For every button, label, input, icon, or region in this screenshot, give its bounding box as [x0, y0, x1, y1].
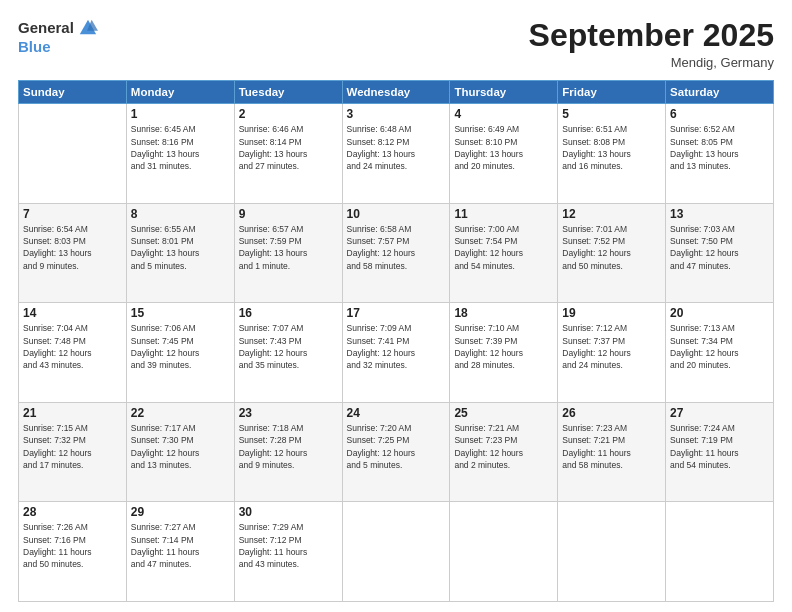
calendar-cell: 7Sunrise: 6:54 AMSunset: 8:03 PMDaylight…: [19, 203, 127, 303]
day-number: 26: [562, 406, 661, 420]
calendar-header-row: SundayMondayTuesdayWednesdayThursdayFrid…: [19, 81, 774, 104]
day-number: 2: [239, 107, 338, 121]
day-detail: Sunrise: 7:29 AMSunset: 7:12 PMDaylight:…: [239, 521, 338, 570]
calendar-cell: [666, 502, 774, 602]
day-detail: Sunrise: 7:13 AMSunset: 7:34 PMDaylight:…: [670, 322, 769, 371]
day-number: 30: [239, 505, 338, 519]
calendar-cell: 9Sunrise: 6:57 AMSunset: 7:59 PMDaylight…: [234, 203, 342, 303]
calendar-week-row: 21Sunrise: 7:15 AMSunset: 7:32 PMDayligh…: [19, 402, 774, 502]
day-number: 10: [347, 207, 446, 221]
day-detail: Sunrise: 6:55 AMSunset: 8:01 PMDaylight:…: [131, 223, 230, 272]
day-detail: Sunrise: 6:52 AMSunset: 8:05 PMDaylight:…: [670, 123, 769, 172]
day-number: 11: [454, 207, 553, 221]
day-detail: Sunrise: 6:45 AMSunset: 8:16 PMDaylight:…: [131, 123, 230, 172]
calendar-cell: 24Sunrise: 7:20 AMSunset: 7:25 PMDayligh…: [342, 402, 450, 502]
calendar-week-row: 28Sunrise: 7:26 AMSunset: 7:16 PMDayligh…: [19, 502, 774, 602]
day-number: 13: [670, 207, 769, 221]
day-number: 25: [454, 406, 553, 420]
day-detail: Sunrise: 6:49 AMSunset: 8:10 PMDaylight:…: [454, 123, 553, 172]
day-detail: Sunrise: 6:51 AMSunset: 8:08 PMDaylight:…: [562, 123, 661, 172]
day-number: 21: [23, 406, 122, 420]
day-number: 9: [239, 207, 338, 221]
day-number: 27: [670, 406, 769, 420]
calendar-cell: 26Sunrise: 7:23 AMSunset: 7:21 PMDayligh…: [558, 402, 666, 502]
page: General Blue September 2025 Mendig, Germ…: [0, 0, 792, 612]
calendar-cell: 25Sunrise: 7:21 AMSunset: 7:23 PMDayligh…: [450, 402, 558, 502]
day-detail: Sunrise: 7:15 AMSunset: 7:32 PMDaylight:…: [23, 422, 122, 471]
day-number: 7: [23, 207, 122, 221]
calendar-cell: 10Sunrise: 6:58 AMSunset: 7:57 PMDayligh…: [342, 203, 450, 303]
calendar-cell: [558, 502, 666, 602]
weekday-header: Sunday: [19, 81, 127, 104]
day-number: 14: [23, 306, 122, 320]
day-detail: Sunrise: 6:46 AMSunset: 8:14 PMDaylight:…: [239, 123, 338, 172]
day-number: 18: [454, 306, 553, 320]
calendar-cell: 17Sunrise: 7:09 AMSunset: 7:41 PMDayligh…: [342, 303, 450, 403]
day-detail: Sunrise: 7:26 AMSunset: 7:16 PMDaylight:…: [23, 521, 122, 570]
day-number: 8: [131, 207, 230, 221]
day-detail: Sunrise: 7:23 AMSunset: 7:21 PMDaylight:…: [562, 422, 661, 471]
day-detail: Sunrise: 7:27 AMSunset: 7:14 PMDaylight:…: [131, 521, 230, 570]
location: Mendig, Germany: [529, 55, 774, 70]
calendar-cell: 30Sunrise: 7:29 AMSunset: 7:12 PMDayligh…: [234, 502, 342, 602]
day-number: 4: [454, 107, 553, 121]
day-detail: Sunrise: 7:07 AMSunset: 7:43 PMDaylight:…: [239, 322, 338, 371]
calendar-cell: 20Sunrise: 7:13 AMSunset: 7:34 PMDayligh…: [666, 303, 774, 403]
weekday-header: Wednesday: [342, 81, 450, 104]
calendar-cell: 16Sunrise: 7:07 AMSunset: 7:43 PMDayligh…: [234, 303, 342, 403]
weekday-header: Saturday: [666, 81, 774, 104]
day-number: 20: [670, 306, 769, 320]
calendar-cell: 28Sunrise: 7:26 AMSunset: 7:16 PMDayligh…: [19, 502, 127, 602]
calendar-cell: [450, 502, 558, 602]
title-block: September 2025 Mendig, Germany: [529, 18, 774, 70]
calendar-cell: 4Sunrise: 6:49 AMSunset: 8:10 PMDaylight…: [450, 104, 558, 204]
day-detail: Sunrise: 7:18 AMSunset: 7:28 PMDaylight:…: [239, 422, 338, 471]
day-detail: Sunrise: 7:20 AMSunset: 7:25 PMDaylight:…: [347, 422, 446, 471]
day-detail: Sunrise: 6:54 AMSunset: 8:03 PMDaylight:…: [23, 223, 122, 272]
calendar-cell: [19, 104, 127, 204]
calendar-cell: 15Sunrise: 7:06 AMSunset: 7:45 PMDayligh…: [126, 303, 234, 403]
calendar-cell: 5Sunrise: 6:51 AMSunset: 8:08 PMDaylight…: [558, 104, 666, 204]
calendar-cell: 6Sunrise: 6:52 AMSunset: 8:05 PMDaylight…: [666, 104, 774, 204]
day-number: 22: [131, 406, 230, 420]
day-detail: Sunrise: 7:01 AMSunset: 7:52 PMDaylight:…: [562, 223, 661, 272]
calendar-cell: 3Sunrise: 6:48 AMSunset: 8:12 PMDaylight…: [342, 104, 450, 204]
day-number: 5: [562, 107, 661, 121]
day-detail: Sunrise: 7:10 AMSunset: 7:39 PMDaylight:…: [454, 322, 553, 371]
calendar-cell: [342, 502, 450, 602]
day-detail: Sunrise: 7:04 AMSunset: 7:48 PMDaylight:…: [23, 322, 122, 371]
logo-icon: [78, 18, 98, 38]
header: General Blue September 2025 Mendig, Germ…: [18, 18, 774, 70]
calendar-cell: 19Sunrise: 7:12 AMSunset: 7:37 PMDayligh…: [558, 303, 666, 403]
weekday-header: Friday: [558, 81, 666, 104]
calendar-cell: 2Sunrise: 6:46 AMSunset: 8:14 PMDaylight…: [234, 104, 342, 204]
logo-blue: Blue: [18, 38, 51, 55]
day-detail: Sunrise: 6:48 AMSunset: 8:12 PMDaylight:…: [347, 123, 446, 172]
day-number: 6: [670, 107, 769, 121]
day-number: 15: [131, 306, 230, 320]
logo-general: General: [18, 20, 74, 37]
day-detail: Sunrise: 7:24 AMSunset: 7:19 PMDaylight:…: [670, 422, 769, 471]
day-number: 28: [23, 505, 122, 519]
day-detail: Sunrise: 7:09 AMSunset: 7:41 PMDaylight:…: [347, 322, 446, 371]
calendar-table: SundayMondayTuesdayWednesdayThursdayFrid…: [18, 80, 774, 602]
weekday-header: Thursday: [450, 81, 558, 104]
calendar-cell: 13Sunrise: 7:03 AMSunset: 7:50 PMDayligh…: [666, 203, 774, 303]
day-number: 24: [347, 406, 446, 420]
calendar-cell: 21Sunrise: 7:15 AMSunset: 7:32 PMDayligh…: [19, 402, 127, 502]
calendar-cell: 29Sunrise: 7:27 AMSunset: 7:14 PMDayligh…: [126, 502, 234, 602]
day-detail: Sunrise: 6:58 AMSunset: 7:57 PMDaylight:…: [347, 223, 446, 272]
day-number: 12: [562, 207, 661, 221]
day-detail: Sunrise: 6:57 AMSunset: 7:59 PMDaylight:…: [239, 223, 338, 272]
weekday-header: Tuesday: [234, 81, 342, 104]
calendar-cell: 11Sunrise: 7:00 AMSunset: 7:54 PMDayligh…: [450, 203, 558, 303]
calendar-cell: 8Sunrise: 6:55 AMSunset: 8:01 PMDaylight…: [126, 203, 234, 303]
day-number: 1: [131, 107, 230, 121]
calendar-cell: 14Sunrise: 7:04 AMSunset: 7:48 PMDayligh…: [19, 303, 127, 403]
day-number: 17: [347, 306, 446, 320]
calendar-cell: 12Sunrise: 7:01 AMSunset: 7:52 PMDayligh…: [558, 203, 666, 303]
day-number: 19: [562, 306, 661, 320]
day-number: 23: [239, 406, 338, 420]
calendar-week-row: 7Sunrise: 6:54 AMSunset: 8:03 PMDaylight…: [19, 203, 774, 303]
logo: General Blue: [18, 18, 98, 56]
